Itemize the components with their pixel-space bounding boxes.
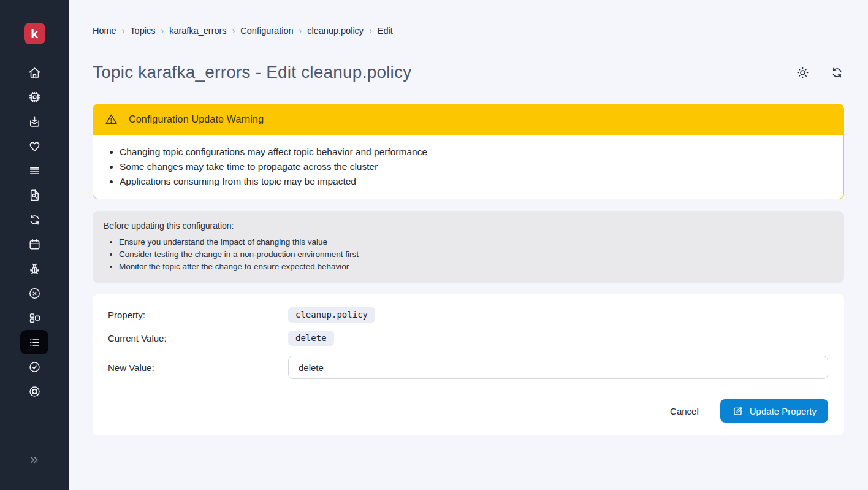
advice-bullet: Consider testing the change in a non-pro… <box>119 248 833 261</box>
property-row: Property: cleanup.policy <box>108 307 828 323</box>
form-actions: Cancel Update Property <box>108 399 828 423</box>
property-label: Property: <box>108 310 288 320</box>
pencil-square-icon <box>732 405 744 417</box>
home-icon <box>28 66 42 80</box>
sidebar-item-recurring-tasks[interactable] <box>20 207 48 232</box>
sidebar-collapse-button[interactable] <box>0 453 69 467</box>
breadcrumb-separator: › <box>232 26 235 36</box>
sidebar-item-scheduled-messages[interactable] <box>20 232 48 256</box>
breadcrumb-separator: › <box>299 26 302 36</box>
sidebar-item-support[interactable] <box>20 379 48 404</box>
x-circle-icon <box>28 286 42 301</box>
calendar-icon <box>28 237 42 251</box>
breadcrumb-separator: › <box>161 26 164 36</box>
refresh-button[interactable] <box>830 66 844 80</box>
sidebar-nav <box>20 60 48 404</box>
update-property-label: Update Property <box>750 406 817 416</box>
sidebar-item-consumers[interactable] <box>20 85 48 109</box>
warning-title: Configuration Update Warning <box>129 114 264 125</box>
karafka-logo[interactable]: k <box>24 23 45 44</box>
list-bullet-icon <box>28 335 42 350</box>
edit-property-form: Property: cleanup.policy Current Value: … <box>93 294 844 435</box>
sidebar: k <box>0 0 69 490</box>
warning-bullet: Some changes may take time to propagate … <box>120 159 831 174</box>
sidebar-item-topics[interactable] <box>20 330 48 354</box>
sidebar-item-explorer[interactable] <box>20 183 48 207</box>
main-content: Home › Topics › karafka_errors › Configu… <box>69 0 868 490</box>
advice-bullet: Monitor the topic after the change to en… <box>119 261 833 273</box>
inbox-arrow-down-icon <box>28 115 42 129</box>
warning-bullet: Changing topic configurations may affect… <box>120 145 831 159</box>
sidebar-item-dashboard[interactable] <box>20 60 48 85</box>
property-value-badge: cleanup.policy <box>288 307 375 323</box>
breadcrumb-property[interactable]: cleanup.policy <box>307 26 364 36</box>
warning-bullet: Applications consuming from this topic m… <box>120 174 831 189</box>
refresh-icon <box>830 66 844 80</box>
cancel-button[interactable]: Cancel <box>669 401 700 421</box>
sidebar-item-status[interactable] <box>20 354 48 379</box>
warning-triangle-icon <box>104 112 118 126</box>
breadcrumb-topics[interactable]: Topics <box>130 26 155 36</box>
new-value-input[interactable] <box>288 356 828 379</box>
warning-body: Changing topic configurations may affect… <box>93 135 844 199</box>
theme-toggle-button[interactable] <box>796 66 810 80</box>
advice-box: Before updating this configuration: Ensu… <box>93 211 844 283</box>
header-actions <box>796 66 844 80</box>
page-title: Topic karafka_errors - Edit cleanup.poli… <box>93 63 411 82</box>
logo-letter: k <box>31 27 38 40</box>
sidebar-item-health[interactable] <box>20 134 48 158</box>
new-value-row: New Value: <box>108 356 828 379</box>
current-value-badge: delete <box>288 331 334 346</box>
advice-bullet: Ensure you understand the impact of chan… <box>119 236 833 248</box>
breadcrumb-separator: › <box>369 26 372 36</box>
breadcrumb-home[interactable]: Home <box>93 26 116 36</box>
heart-icon <box>28 139 42 153</box>
badge-check-icon <box>28 360 42 374</box>
breadcrumb-topic-name[interactable]: karafka_errors <box>169 26 226 36</box>
sun-icon <box>796 66 810 80</box>
new-value-label: New Value: <box>108 362 288 373</box>
document-search-icon <box>28 188 42 202</box>
arrows-cycle-icon <box>28 213 42 227</box>
sidebar-item-dlq[interactable] <box>20 281 48 305</box>
advice-title: Before updating this configuration: <box>104 220 833 232</box>
breadcrumb-configuration[interactable]: Configuration <box>240 26 293 36</box>
warning-card: Configuration Update Warning Changing to… <box>93 104 844 199</box>
update-property-button[interactable]: Update Property <box>720 399 828 423</box>
breadcrumb: Home › Topics › karafka_errors › Configu… <box>93 26 844 36</box>
breadcrumb-separator: › <box>122 26 125 36</box>
sidebar-item-jobs[interactable] <box>20 109 48 134</box>
chevron-double-right-icon <box>28 453 41 467</box>
current-value-row: Current Value: delete <box>108 330 828 346</box>
breadcrumb-edit: Edit <box>378 26 393 36</box>
life-ring-icon <box>28 385 42 399</box>
advice-bullet-list: Ensure you understand the impact of chan… <box>104 236 833 273</box>
sidebar-item-routing[interactable] <box>20 158 48 183</box>
sidebar-item-errors[interactable] <box>20 256 48 281</box>
warning-header: Configuration Update Warning <box>93 104 844 135</box>
current-value-label: Current Value: <box>108 333 288 343</box>
stacked-lines-icon <box>28 164 42 178</box>
warning-bullet-list: Changing topic configurations may affect… <box>93 145 831 189</box>
squares-layout-icon <box>28 311 42 325</box>
cpu-chip-icon <box>28 90 42 104</box>
page-header: Topic karafka_errors - Edit cleanup.poli… <box>93 63 844 82</box>
bug-icon <box>28 262 42 276</box>
sidebar-item-cluster[interactable] <box>20 305 48 330</box>
